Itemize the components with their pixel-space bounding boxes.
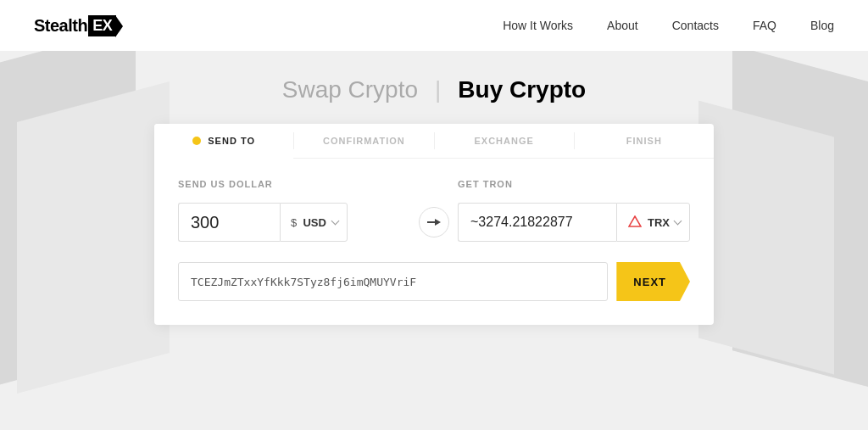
step-finish: FINISH bbox=[575, 124, 714, 158]
send-label: SEND US DOLLAR bbox=[178, 179, 410, 189]
exchange-card: SEND TO CONFIRMATION EXCHANGE FINISH SEN… bbox=[154, 124, 714, 325]
step-exchange: EXCHANGE bbox=[435, 124, 574, 158]
logo[interactable]: StealthEX bbox=[34, 15, 116, 36]
get-chevron-down-icon bbox=[674, 217, 682, 226]
chevron-down-icon bbox=[331, 217, 340, 226]
get-field-group: GET TRON bbox=[458, 179, 690, 196]
currency-name-usd: USD bbox=[303, 216, 326, 229]
step-send-to: SEND TO bbox=[154, 124, 293, 158]
address-row: NEXT bbox=[178, 262, 690, 301]
nav-how-it-works[interactable]: How It Works bbox=[503, 19, 573, 32]
trx-icon bbox=[627, 215, 643, 230]
nav-contacts[interactable]: Contacts bbox=[672, 19, 719, 32]
arrow-head bbox=[435, 219, 441, 226]
nav-about[interactable]: About bbox=[607, 19, 638, 32]
send-currency-select[interactable]: $ USD bbox=[280, 203, 348, 242]
currency-name-trx: TRX bbox=[648, 216, 670, 229]
mode-tabs: Swap Crypto | Buy Crypto bbox=[282, 76, 586, 103]
card-body: SEND US DOLLAR GET TRON $ USD bbox=[154, 159, 714, 325]
main-content: Swap Crypto | Buy Crypto SEND TO CONFIRM… bbox=[0, 51, 868, 325]
nav-blog[interactable]: Blog bbox=[810, 19, 834, 32]
step-dot-send bbox=[192, 137, 201, 145]
currency-sign: $ bbox=[291, 216, 297, 229]
step-label-confirmation: CONFIRMATION bbox=[323, 136, 405, 146]
main-nav: How It Works About Contacts FAQ Blog bbox=[503, 19, 834, 32]
header: StealthEX How It Works About Contacts FA… bbox=[0, 0, 868, 51]
get-group: ~3274.21822877 TRX bbox=[458, 203, 690, 242]
nav-faq[interactable]: FAQ bbox=[753, 19, 776, 32]
svg-marker-0 bbox=[629, 216, 641, 226]
step-label-send-to: SEND TO bbox=[208, 136, 255, 146]
field-labels-row: SEND US DOLLAR GET TRON bbox=[178, 179, 690, 196]
get-amount-display: ~3274.21822877 bbox=[458, 203, 616, 242]
next-button[interactable]: NEXT bbox=[616, 262, 690, 301]
tab-buy-crypto[interactable]: Buy Crypto bbox=[458, 76, 586, 103]
get-label: GET TRON bbox=[458, 179, 690, 189]
progress-steps: SEND TO CONFIRMATION EXCHANGE FINISH bbox=[154, 124, 714, 159]
logo-ex: EX bbox=[88, 15, 116, 36]
logo-text: Stealth bbox=[34, 16, 87, 36]
send-field-group: SEND US DOLLAR bbox=[178, 179, 410, 196]
mode-separator: | bbox=[435, 76, 441, 103]
address-input[interactable] bbox=[178, 262, 608, 301]
step-label-finish: FINISH bbox=[626, 136, 662, 146]
get-currency-select[interactable]: TRX bbox=[616, 203, 690, 242]
step-label-exchange: EXCHANGE bbox=[474, 136, 533, 146]
exchange-row: $ USD ~3274.21822877 bbox=[178, 203, 690, 242]
tab-swap-crypto[interactable]: Swap Crypto bbox=[282, 76, 418, 103]
send-group: $ USD bbox=[178, 203, 410, 242]
send-amount-input[interactable] bbox=[178, 203, 280, 242]
next-button-label: NEXT bbox=[633, 276, 666, 288]
swap-arrow-button[interactable] bbox=[419, 207, 449, 237]
step-confirmation: CONFIRMATION bbox=[294, 124, 433, 158]
